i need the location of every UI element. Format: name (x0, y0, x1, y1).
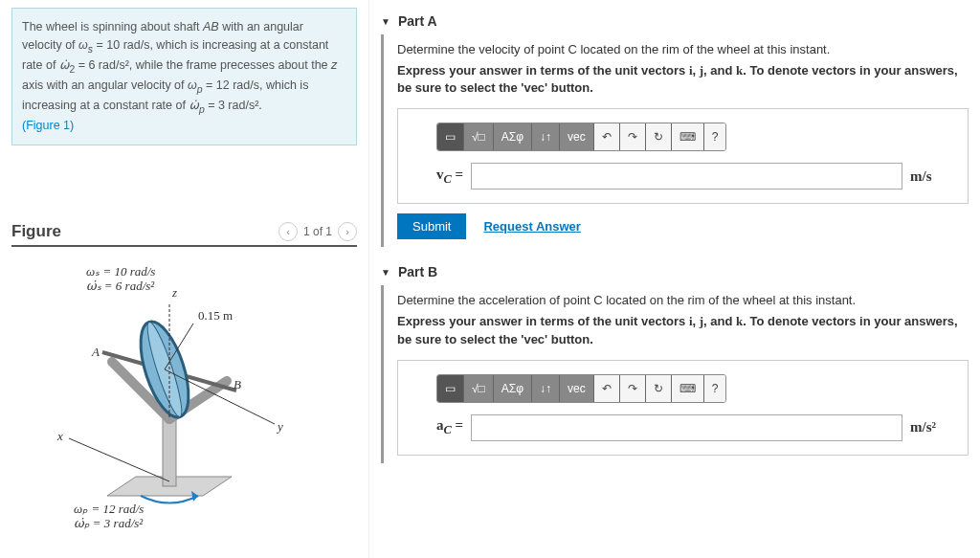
figure-reference-link[interactable]: (Figure 1) (22, 119, 74, 132)
toolbar-reset-button[interactable]: ↻ (646, 123, 672, 150)
part-a: ▼ Part A Determine the velocity of point… (381, 8, 969, 247)
svg-text:y: y (276, 419, 283, 434)
svg-line-9 (69, 438, 169, 481)
answer-a-unit: m/s (910, 168, 948, 185)
toolbar-reset-button[interactable]: ↻ (646, 375, 672, 402)
part-b-instruction: Express your answer in terms of the unit… (397, 313, 969, 347)
part-b-header[interactable]: ▼ Part B (381, 258, 969, 285)
svg-text:z: z (171, 285, 177, 300)
toolbar-arrows-button[interactable]: ↓↑ (532, 123, 560, 150)
figure-diagram: ωₛ = 10 rad/s ω̇ₛ = 6 rad/s² z 0.15 m A … (11, 257, 337, 544)
answer-a-input[interactable] (471, 163, 902, 190)
svg-text:ωₛ = 10 rad/s: ωₛ = 10 rad/s (86, 264, 155, 279)
toolbar-sqrt-button[interactable]: √□ (464, 375, 494, 402)
svg-text:0.15 m: 0.15 m (198, 308, 233, 323)
toolbar-arrows-button[interactable]: ↓↑ (532, 375, 560, 402)
figure-next-button[interactable]: › (338, 222, 357, 241)
submit-a-button[interactable]: Submit (397, 213, 466, 239)
figure-divider (11, 245, 357, 247)
svg-text:x: x (56, 429, 63, 443)
toolbar-redo-button[interactable]: ↷ (620, 375, 646, 402)
figure-counter: 1 of 1 (303, 225, 332, 238)
svg-text:B: B (234, 377, 241, 391)
figure-title: Figure (11, 222, 61, 241)
toolbar-help-button[interactable]: ? (704, 123, 726, 150)
toolbar-greek-button[interactable]: ΑΣφ (494, 375, 532, 402)
toolbar-sqrt-button[interactable]: √□ (464, 123, 494, 150)
svg-text:ω̇ₛ = 6 rad/s²: ω̇ₛ = 6 rad/s² (86, 279, 155, 293)
svg-text:ωₚ = 12 rad/s: ωₚ = 12 rad/s (74, 502, 144, 516)
svg-rect-1 (163, 419, 176, 486)
answer-a-label: vC = (436, 167, 463, 187)
figure-prev-button[interactable]: ‹ (278, 222, 298, 241)
answer-b-input[interactable] (471, 414, 902, 441)
part-a-instruction: Express your answer in terms of the unit… (397, 62, 969, 97)
part-a-prompt: Determine the velocity of point C locate… (397, 42, 969, 56)
toolbar-vec-button[interactable]: vec (560, 375, 594, 402)
collapse-icon: ▼ (381, 16, 390, 27)
toolbar-keyboard-button[interactable]: ⌨ (672, 123, 704, 150)
part-b: ▼ Part B Determine the acceleration of p… (381, 258, 969, 462)
part-b-title: Part B (398, 264, 437, 279)
svg-text:ω̇ₚ = 3 rad/s²: ω̇ₚ = 3 rad/s² (74, 516, 144, 530)
toolbar-undo-button[interactable]: ↶ (594, 123, 620, 150)
request-answer-a-link[interactable]: Request Answer (483, 219, 580, 234)
toolbar-templates-button[interactable]: ▭ (437, 375, 464, 402)
toolbar-greek-button[interactable]: ΑΣφ (494, 123, 532, 150)
answer-b-label: aC = (436, 417, 463, 437)
equation-toolbar: ▭ √□ ΑΣφ ↓↑ vec ↶ ↷ ↻ ⌨ ? (436, 374, 726, 403)
svg-text:A: A (91, 345, 100, 359)
toolbar-help-button[interactable]: ? (704, 375, 726, 402)
part-b-prompt: Determine the acceleration of point C lo… (397, 293, 969, 307)
answer-b-unit: m/s² (910, 419, 948, 435)
collapse-icon: ▼ (381, 267, 390, 278)
toolbar-keyboard-button[interactable]: ⌨ (672, 375, 704, 402)
part-a-title: Part A (398, 13, 437, 29)
toolbar-vec-button[interactable]: vec (560, 123, 594, 150)
problem-statement: The wheel is spinning about shaft AB wit… (11, 8, 357, 145)
equation-toolbar: ▭ √□ ΑΣφ ↓↑ vec ↶ ↷ ↻ ⌨ ? (436, 123, 726, 151)
part-a-header[interactable]: ▼ Part A (381, 8, 969, 34)
toolbar-redo-button[interactable]: ↷ (620, 123, 646, 150)
toolbar-templates-button[interactable]: ▭ (437, 123, 464, 150)
toolbar-undo-button[interactable]: ↶ (594, 375, 620, 402)
